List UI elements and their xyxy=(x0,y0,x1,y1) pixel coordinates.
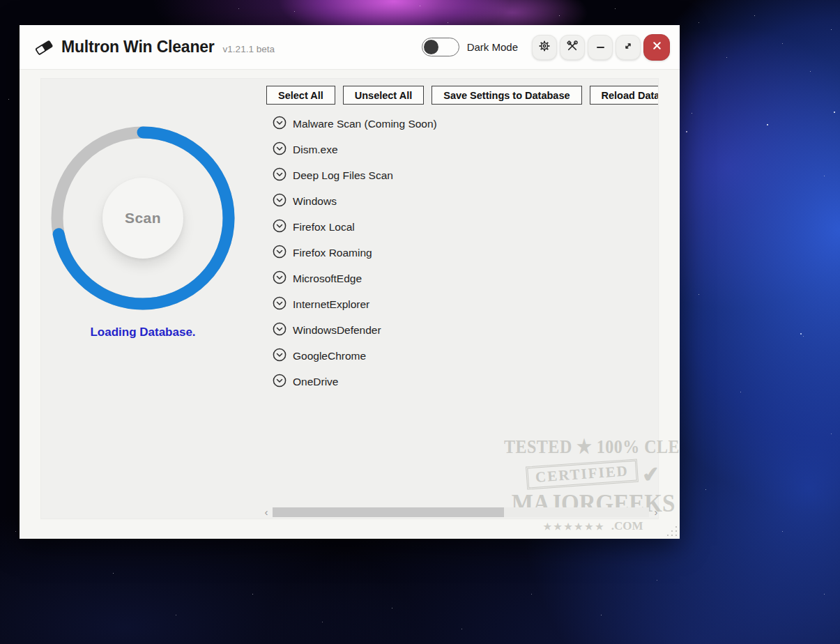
minimize-button[interactable] xyxy=(588,35,613,60)
dark-mode-toggle[interactable] xyxy=(422,38,459,56)
scan-item-firefox-roaming[interactable]: Firefox Roaming xyxy=(273,240,437,266)
scan-item-label: OneDrive xyxy=(293,376,338,388)
scan-area: Scan Loading Database. xyxy=(41,79,245,371)
scan-item-label: WindowsDefender xyxy=(293,324,381,337)
toggle-knob xyxy=(424,40,438,54)
app-version: v1.21.1 beta xyxy=(223,40,275,54)
watermark-stars: ★ ★ ★ ★ ★ ★ xyxy=(543,521,603,532)
scan-item-label: Malware Scan (Coming Soon) xyxy=(293,118,437,130)
scan-item-onedrive[interactable]: OneDrive xyxy=(273,369,437,394)
horizontal-scrollbar: ‹ › xyxy=(261,507,659,518)
scan-item-label: Dism.exe xyxy=(293,144,338,156)
tools-button[interactable] xyxy=(560,35,585,60)
gear-icon xyxy=(538,40,551,55)
scroll-left-arrow[interactable]: ‹ xyxy=(261,507,271,518)
chevron-down-circle-icon xyxy=(273,322,287,339)
scan-item-windows[interactable]: Windows xyxy=(273,188,437,214)
chevron-down-circle-icon xyxy=(273,348,287,365)
chevron-down-circle-icon xyxy=(273,219,287,236)
scan-item-internet-explorer[interactable]: InternetExplorer xyxy=(273,291,437,317)
scan-item-label: Windows xyxy=(293,195,337,208)
chevron-down-circle-icon xyxy=(273,167,287,184)
app-logo-eraser-icon xyxy=(33,38,54,56)
scrollbar-track[interactable] xyxy=(273,507,649,517)
titlebar: Multron Win Cleaner v1.21.1 beta Dark Mo… xyxy=(20,25,680,70)
scan-item-label: InternetExplorer xyxy=(293,298,369,311)
select-all-button[interactable]: Select All xyxy=(266,86,335,105)
scrollbar-thumb[interactable] xyxy=(273,507,504,517)
chevron-down-circle-icon xyxy=(273,245,287,261)
save-settings-button[interactable]: Save Settings to Database xyxy=(432,86,581,105)
close-icon xyxy=(652,40,662,54)
scan-item-google-chrome[interactable]: GoogleChrome xyxy=(273,343,437,369)
scan-item-label: Deep Log Files Scan xyxy=(293,169,393,182)
scan-item-dism[interactable]: Dism.exe xyxy=(273,137,437,162)
scan-button-label: Scan xyxy=(125,210,161,227)
reload-database-button[interactable]: Reload Database xyxy=(590,86,659,105)
maximize-icon xyxy=(623,41,633,54)
toolbar: Select All Unselect All Save Settings to… xyxy=(266,86,659,105)
chevron-down-circle-icon xyxy=(273,116,287,132)
scroll-right-arrow[interactable]: › xyxy=(651,507,659,518)
chevron-down-circle-icon xyxy=(273,374,287,390)
scan-category-list: Malware Scan (Coming Soon) Dism.exe Deep… xyxy=(273,111,437,394)
app-title: Multron Win Cleaner xyxy=(61,38,215,56)
scan-item-label: Firefox Local xyxy=(293,221,355,233)
scan-item-label: MicrosoftEdge xyxy=(293,273,362,285)
scan-progress-ring: Scan xyxy=(49,124,237,312)
app-window: Multron Win Cleaner v1.21.1 beta Dark Mo… xyxy=(20,25,680,539)
scan-item-microsoft-edge[interactable]: MicrosoftEdge xyxy=(273,266,437,291)
scan-item-deep-log-files[interactable]: Deep Log Files Scan xyxy=(273,162,437,188)
chevron-down-circle-icon xyxy=(273,296,287,313)
scan-item-label: GoogleChrome xyxy=(293,350,366,362)
scan-item-firefox-local[interactable]: Firefox Local xyxy=(273,214,437,240)
content-panel: Select All Unselect All Save Settings to… xyxy=(40,78,659,519)
watermark-com: .COM xyxy=(611,519,643,532)
scan-item-malware-scan[interactable]: Malware Scan (Coming Soon) xyxy=(273,111,437,137)
close-button[interactable] xyxy=(643,34,670,61)
scan-item-label: Firefox Roaming xyxy=(293,247,372,259)
minimize-icon xyxy=(597,47,604,48)
chevron-down-circle-icon xyxy=(273,141,287,158)
resize-grip[interactable] xyxy=(667,526,677,536)
tools-icon xyxy=(566,40,579,55)
settings-button[interactable] xyxy=(532,35,557,60)
scan-status-text: Loading Database. xyxy=(41,325,245,339)
chevron-down-circle-icon xyxy=(273,193,287,210)
starfield-bright xyxy=(0,0,1,1)
dark-mode-label: Dark Mode xyxy=(467,41,518,53)
scan-item-windows-defender[interactable]: WindowsDefender xyxy=(273,317,437,343)
chevron-down-circle-icon xyxy=(273,270,287,287)
unselect-all-button[interactable]: Unselect All xyxy=(343,86,424,105)
scan-button[interactable]: Scan xyxy=(102,178,183,259)
maximize-button[interactable] xyxy=(616,35,641,60)
